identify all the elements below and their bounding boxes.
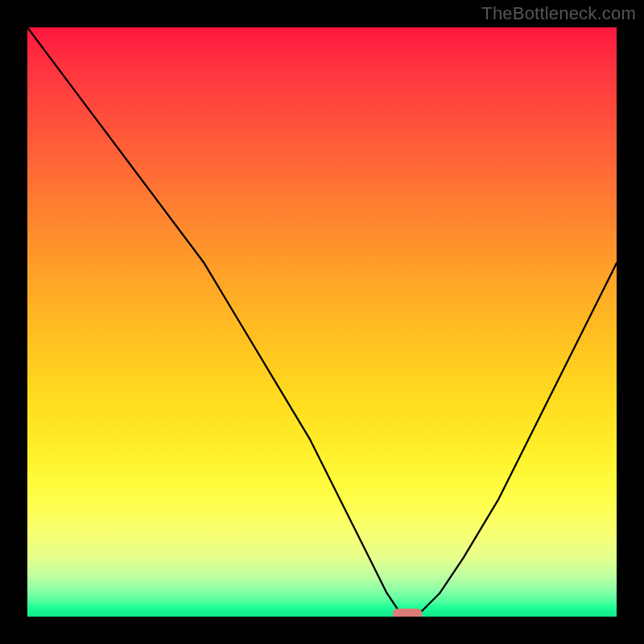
watermark-text: TheBottleneck.com [481, 3, 636, 24]
chart-svg [27, 27, 617, 617]
chart-frame: TheBottleneck.com [0, 0, 644, 644]
bottleneck-curve [27, 27, 617, 617]
plot-area [27, 27, 617, 617]
bottleneck-marker [393, 609, 423, 617]
